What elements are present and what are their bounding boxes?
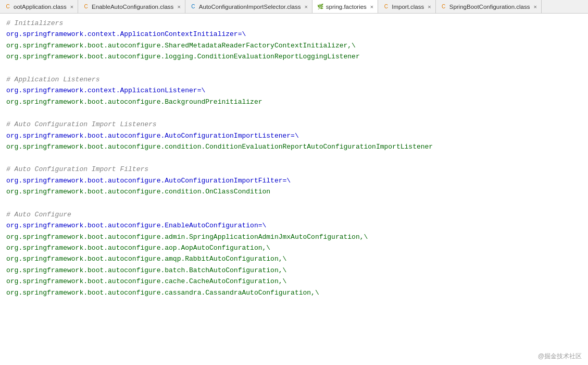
- tab-import-class[interactable]: C Import.class ×: [378, 0, 435, 13]
- code-line-cassandra: org.springframework.boot.autoconfigure.c…: [6, 287, 582, 298]
- tab-enable-auto[interactable]: C EnableAutoConfiguration.class ×: [78, 0, 185, 13]
- tab-label-enable-auto: EnableAutoConfiguration.class: [92, 4, 173, 10]
- code-section-auto-configure-comment: # Auto Configure: [6, 209, 582, 220]
- empty-line-1: [6, 63, 582, 74]
- empty-line-3: [6, 152, 582, 164]
- code-section-import-listeners-comment: # Auto Configuration Import Listeners: [6, 119, 582, 130]
- code-line-background-preinit: org.springframework.boot.autoconfigure.B…: [6, 96, 582, 107]
- tab-boot-app[interactable]: C ootApplication.class ×: [0, 0, 78, 13]
- code-section-app-listeners-comment: # Application Listeners: [6, 74, 582, 85]
- code-line-enable-auto-config-key: org.springframework.boot.autoconfigure.E…: [6, 220, 582, 231]
- code-line-app-context-initializer-key: org.springframework.context.ApplicationC…: [6, 29, 582, 40]
- code-line-on-class-condition: org.springframework.boot.autoconfigure.c…: [6, 186, 582, 197]
- code-line-app-listener-key: org.springframework.context.ApplicationL…: [6, 85, 582, 96]
- empty-line-2: [6, 107, 582, 119]
- code-editor[interactable]: # Initializers org.springframework.conte…: [0, 14, 588, 365]
- tab-label-springboot-config: SpringBootConfiguration.class: [449, 4, 530, 10]
- code-section-import-filters-comment: # Auto Configuration Import Filters: [6, 164, 582, 175]
- tab-spring-factories[interactable]: 🌿 spring.factories ×: [312, 0, 378, 14]
- close-tab-enable-auto[interactable]: ×: [177, 4, 180, 10]
- tab-icon-boot-app: C: [4, 3, 11, 10]
- tab-import-selector[interactable]: C AutoConfigurationImportSelector.class …: [185, 0, 312, 13]
- tab-icon-enable-auto: C: [82, 3, 90, 10]
- code-line-spring-app-admin: org.springframework.boot.autoconfigure.a…: [6, 232, 582, 242]
- watermark: @掘金技术社区: [538, 352, 582, 361]
- tab-label-import-selector: AutoConfigurationImportSelector.class: [199, 4, 301, 10]
- close-tab-import-selector[interactable]: ×: [304, 4, 307, 10]
- tab-icon-springboot-config: C: [440, 3, 447, 10]
- empty-line-4: [6, 198, 582, 209]
- tab-bar: C ootApplication.class × C EnableAutoCon…: [0, 0, 588, 14]
- code-section-initializers-comment: # Initializers: [6, 18, 582, 29]
- tab-springboot-config[interactable]: C SpringBootConfiguration.class ×: [436, 0, 542, 13]
- code-line-auto-config-import-filter-key: org.springframework.boot.autoconfigure.A…: [6, 175, 582, 186]
- close-tab-boot-app[interactable]: ×: [70, 4, 73, 10]
- code-line-cache: org.springframework.boot.autoconfigure.c…: [6, 276, 582, 287]
- tab-icon-import-class: C: [382, 3, 390, 10]
- code-line-aop: org.springframework.boot.autoconfigure.a…: [6, 242, 582, 253]
- tab-label-import-class: Import.class: [392, 4, 424, 10]
- close-tab-springboot-config[interactable]: ×: [533, 4, 536, 10]
- code-line-condition-evaluation-import: org.springframework.boot.autoconfigure.c…: [6, 141, 582, 152]
- close-tab-import-class[interactable]: ×: [428, 4, 431, 10]
- tab-icon-spring-factories: 🌿: [317, 3, 324, 10]
- tab-icon-import-selector: C: [190, 3, 197, 10]
- code-line-batch: org.springframework.boot.autoconfigure.b…: [6, 265, 582, 276]
- code-line-shared-metadata: org.springframework.boot.autoconfigure.S…: [6, 40, 582, 51]
- code-line-rabbit: org.springframework.boot.autoconfigure.a…: [6, 253, 582, 264]
- close-tab-spring-factories[interactable]: ×: [370, 4, 373, 10]
- code-line-auto-config-import-listener-key: org.springframework.boot.autoconfigure.A…: [6, 130, 582, 141]
- code-line-condition-evaluation-logging: org.springframework.boot.autoconfigure.l…: [6, 51, 582, 62]
- tab-label-spring-factories: spring.factories: [326, 4, 367, 10]
- tab-label-boot-app: ootApplication.class: [14, 4, 67, 10]
